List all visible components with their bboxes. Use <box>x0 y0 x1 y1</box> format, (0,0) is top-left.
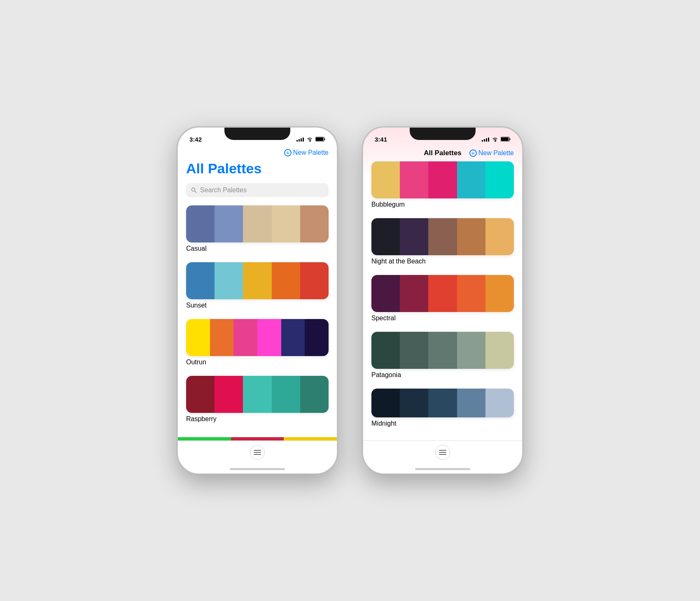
swatch <box>428 389 457 417</box>
swatch <box>371 218 400 255</box>
battery-icon-2 <box>501 137 511 142</box>
palette-label-sunset: Sunset <box>186 302 207 309</box>
phone-2-scroll-content[interactable]: Bubblegum Night at the Beach <box>363 161 522 448</box>
palette-swatches-midnight <box>371 389 514 417</box>
swatch <box>428 161 457 198</box>
phone-1-page-title: All Palettes <box>186 161 329 177</box>
swatch <box>300 205 329 242</box>
palette-card-outrun[interactable]: Outrun <box>186 319 329 366</box>
swatch <box>400 332 428 369</box>
palette-label-raspberry: Raspberry <box>186 415 217 422</box>
svg-rect-9 <box>501 137 509 141</box>
phone-1-nav-bar: + New Palette <box>178 146 337 161</box>
swatch <box>457 275 485 312</box>
swatch <box>457 161 485 198</box>
swatch <box>400 218 428 255</box>
palette-label-casual: Casual <box>186 245 207 252</box>
palette-swatches-spectral <box>371 275 514 312</box>
phone-2-time: 3:41 <box>375 136 387 143</box>
palette-card-sunset[interactable]: Sunset <box>186 262 329 309</box>
swatch <box>243 376 271 413</box>
palette-card-casual[interactable]: Casual <box>186 205 329 252</box>
palette-swatches-raspberry <box>186 376 329 413</box>
palette-swatches-bubblegum <box>371 161 514 198</box>
swatch <box>215 205 243 242</box>
palette-swatches-sunset <box>186 262 329 299</box>
swatch <box>400 275 428 312</box>
palette-card-raspberry[interactable]: Raspberry <box>186 376 329 423</box>
phone-1-status-icons <box>296 137 325 142</box>
menu-tab-icon[interactable] <box>250 445 265 460</box>
swatch <box>428 218 457 255</box>
palette-card-spectral[interactable]: Spectral <box>371 275 514 322</box>
swatch <box>371 161 400 198</box>
swatch <box>215 262 243 299</box>
palette-swatches-casual <box>186 205 329 242</box>
wifi-icon <box>306 137 313 142</box>
palette-label-patagonia: Patagonia <box>371 371 401 378</box>
swatch <box>300 262 329 299</box>
search-placeholder: Search Palettes <box>200 186 247 194</box>
swatch <box>186 376 215 413</box>
swatch <box>457 332 485 369</box>
phone-1-new-palette-label: New Palette <box>293 149 329 156</box>
phone-2: 3:41 <box>362 127 523 474</box>
svg-rect-2 <box>324 138 325 140</box>
swatch <box>233 319 257 356</box>
swatch <box>243 262 271 299</box>
plus-icon-1: + <box>284 149 292 156</box>
palette-swatches-night-beach <box>371 218 514 255</box>
swatch <box>371 389 400 417</box>
phone-2-nav-bar: All Palettes + New Palette <box>363 146 522 161</box>
phone-1: 3:42 <box>177 127 338 474</box>
phone-2-new-palette-label: New Palette <box>478 149 514 157</box>
phone-1-time: 3:42 <box>189 136 202 143</box>
hamburger-icon <box>254 450 261 455</box>
palette-label-midnight: Midnight <box>371 420 396 427</box>
swatch <box>257 319 281 356</box>
phone-2-screen: 3:41 <box>363 128 522 473</box>
signal-icon <box>296 137 304 142</box>
bottom-color-bar <box>178 437 337 440</box>
phone-2-nav-title: All Palettes <box>424 149 462 157</box>
palette-card-patagonia[interactable]: Patagonia <box>371 332 514 379</box>
swatch <box>272 376 300 413</box>
phone-2-home-indicator <box>415 468 470 470</box>
svg-line-4 <box>195 191 197 193</box>
swatch <box>272 262 300 299</box>
swatch <box>210 319 234 356</box>
search-icon <box>191 187 197 193</box>
swatch <box>186 319 210 356</box>
swatch <box>300 376 329 413</box>
battery-icon <box>315 137 325 142</box>
palette-label-outrun: Outrun <box>186 359 206 366</box>
phone-1-new-palette-btn[interactable]: + New Palette <box>284 149 329 156</box>
palette-card-midnight[interactable]: Midnight <box>371 389 514 427</box>
palette-label-night-beach: Night at the Beach <box>371 258 426 265</box>
plus-icon-2: + <box>469 149 477 157</box>
swatch <box>400 389 428 417</box>
swatch <box>272 205 300 242</box>
bc <box>284 437 337 440</box>
bc <box>231 437 284 440</box>
swatch <box>305 319 329 356</box>
swatch <box>485 389 514 417</box>
phone-1-scroll-content[interactable]: All Palettes Search Palettes Casua <box>178 161 337 447</box>
swatch <box>485 332 514 369</box>
phone-1-screen: 3:42 <box>178 128 337 473</box>
swatch <box>215 376 243 413</box>
palette-card-night-beach[interactable]: Night at the Beach <box>371 218 514 265</box>
swatch <box>186 262 215 299</box>
swatch <box>485 275 514 312</box>
svg-rect-10 <box>510 138 511 140</box>
palette-card-bubblegum[interactable]: Bubblegum <box>371 161 514 208</box>
palette-swatches-patagonia <box>371 332 514 369</box>
phone-1-search-bar[interactable]: Search Palettes <box>186 183 329 197</box>
swatch <box>371 332 400 369</box>
wifi-icon-2 <box>492 137 498 142</box>
palette-swatches-outrun <box>186 319 329 356</box>
menu-tab-icon-2[interactable] <box>435 445 450 460</box>
swatch <box>485 218 514 255</box>
swatch <box>400 161 428 198</box>
phone-2-new-palette-btn[interactable]: + New Palette <box>469 149 514 157</box>
